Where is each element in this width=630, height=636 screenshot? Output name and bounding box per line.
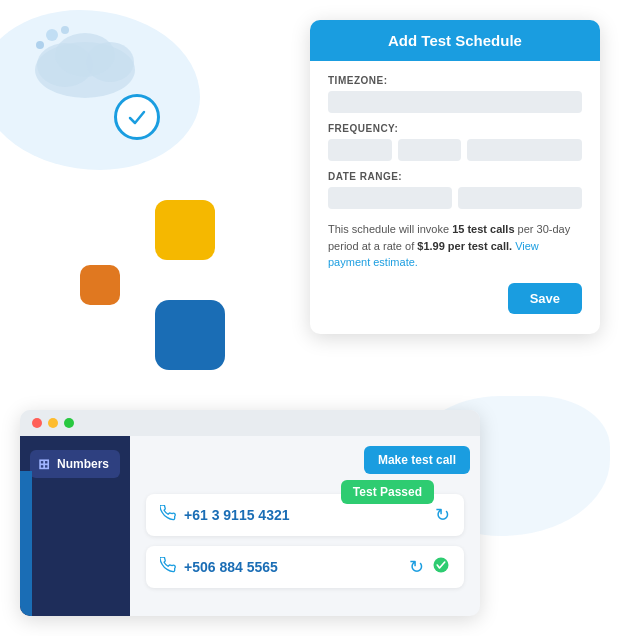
frequency-field-3[interactable] [467,139,582,161]
date-range-field-2[interactable] [458,187,582,209]
cloud-area [20,20,180,150]
frequency-label: FREQUENCY: [328,123,582,134]
svg-point-4 [36,41,44,49]
card-footer: Save [328,283,582,318]
cloud-icon [30,20,150,100]
test-passed-badge: Test Passed [341,480,434,504]
schedule-card-title: Add Test Schedule [388,32,522,49]
phone-icon-2 [160,557,176,577]
decorative-square-blue [155,300,225,370]
browser-titlebar [20,410,480,436]
date-range-field-1[interactable] [328,187,452,209]
browser-mockup: ⊞ Numbers Make test call +61 3 9115 4321… [20,410,480,616]
schedule-card-body: TIMEZONE: FREQUENCY: DATE RANGE: This sc… [310,61,600,334]
sidebar-item-label: Numbers [57,457,109,471]
refresh-icon-1[interactable]: ↻ [435,504,450,526]
blue-left-bar [20,471,32,616]
grid-icon: ⊞ [38,456,50,472]
svg-point-5 [46,29,58,41]
phone-row-2-container: +506 884 5565 ↻ [146,546,464,588]
sidebar-item-numbers[interactable]: ⊞ Numbers [30,450,120,478]
date-range-label: DATE RANGE: [328,171,582,182]
test-passed-label: Test Passed [353,485,422,499]
svg-point-6 [61,26,69,34]
browser-content: ⊞ Numbers Make test call +61 3 9115 4321… [20,436,480,616]
main-panel: Make test call +61 3 9115 4321 ↻ Test Pa… [130,436,480,616]
phone-number-1: +61 3 9115 4321 [184,507,427,523]
phone-icon-1 [160,505,176,525]
info-rate: $1.99 per test call. [417,240,512,252]
phone-number-2: +506 884 5565 [184,559,401,575]
frequency-fields-row [328,139,582,161]
sidebar-panel: ⊞ Numbers [20,436,130,616]
svg-point-3 [55,33,115,77]
refresh-icon-2[interactable]: ↻ [409,556,424,578]
phone-row-2: +506 884 5565 ↻ [146,546,464,588]
info-text: This schedule will invoke 15 test calls … [328,221,582,271]
schedule-card-header: Add Test Schedule [310,20,600,61]
frequency-field-1[interactable] [328,139,392,161]
schedule-card: Add Test Schedule TIMEZONE: FREQUENCY: D… [310,20,600,334]
svg-point-7 [434,558,449,573]
save-button[interactable]: Save [508,283,582,314]
make-test-call-button[interactable]: Make test call [364,446,470,474]
traffic-light-green [64,418,74,428]
timezone-label: TIMEZONE: [328,75,582,86]
date-range-fields-row [328,187,582,209]
info-calls: 15 test calls [452,223,514,235]
decorative-square-orange [80,265,120,305]
decorative-square-yellow [155,200,215,260]
cloud-check-circle [114,94,160,140]
timezone-field[interactable] [328,91,582,113]
check-icon-2 [432,556,450,578]
phone-row-1-container: +61 3 9115 4321 ↻ Test Passed [146,494,464,536]
traffic-light-yellow [48,418,58,428]
traffic-light-red [32,418,42,428]
frequency-field-2[interactable] [398,139,462,161]
